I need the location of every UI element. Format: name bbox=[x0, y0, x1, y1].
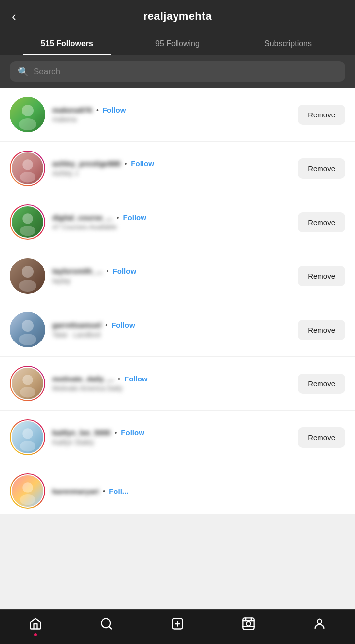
tab-subscriptions[interactable]: Subscriptions bbox=[233, 35, 343, 55]
avatar-circle bbox=[10, 312, 45, 347]
svg-point-1 bbox=[22, 105, 34, 116]
remove-button[interactable]: Remove bbox=[298, 427, 345, 448]
remove-button[interactable]: Remove bbox=[298, 320, 345, 340]
avatar-wrap bbox=[10, 312, 45, 347]
follower-item: taylorsmith_... • Follow taytay Remove bbox=[0, 249, 355, 303]
remove-button[interactable]: Remove bbox=[298, 374, 345, 394]
remove-button[interactable]: Remove bbox=[298, 158, 345, 179]
user-name-row: taylorsmith_... • Follow bbox=[52, 267, 291, 275]
user-handle: garrettsamuel bbox=[52, 321, 101, 329]
user-subname: Kaitlyn Staley bbox=[52, 438, 291, 446]
user-info: motivate_daily_... • Follow Motivate Ame… bbox=[52, 375, 291, 392]
svg-point-11 bbox=[19, 280, 36, 292]
follower-item: garrettsamuel • Follow Tatar · Landlord … bbox=[0, 303, 355, 357]
dot-separator: • bbox=[118, 375, 120, 383]
follower-item: makena976 • Follow makena Remove bbox=[0, 88, 355, 142]
follower-item: digital_course_... • Follow 47 Courses A… bbox=[0, 195, 355, 249]
add-icon bbox=[171, 617, 184, 634]
follow-button[interactable]: Follow bbox=[103, 106, 126, 114]
user-name-row: garrettsamuel • Follow bbox=[52, 321, 291, 329]
svg-point-19 bbox=[22, 428, 33, 439]
follow-button[interactable]: Follow bbox=[111, 321, 135, 329]
tab-following[interactable]: 95 Following bbox=[122, 35, 233, 55]
search-input[interactable] bbox=[34, 67, 337, 76]
user-info: makena976 • Follow makena bbox=[52, 106, 291, 123]
user-info: ashley_prestige888 • Follow Ashley J bbox=[52, 159, 291, 177]
follower-item: ashley_prestige888 • Follow Ashley J Rem… bbox=[0, 142, 355, 195]
avatar-wrap bbox=[10, 366, 45, 401]
remove-button[interactable]: Remove bbox=[298, 105, 345, 125]
user-subname: makena bbox=[52, 115, 291, 123]
avatar-wrap bbox=[10, 258, 45, 294]
user-info: taylorsmith_... • Follow taytay bbox=[52, 267, 291, 285]
avatar-circle bbox=[10, 97, 45, 132]
user-handle: makena976 bbox=[52, 106, 92, 114]
search-icon bbox=[100, 617, 113, 634]
follow-button[interactable]: Follow bbox=[131, 159, 154, 168]
search-icon: 🔍 bbox=[18, 66, 29, 77]
svg-point-5 bbox=[20, 172, 36, 182]
follow-button[interactable]: Follow bbox=[124, 375, 148, 383]
user-handle: kaitlyn_lee_5000 bbox=[52, 428, 110, 437]
user-info-partial: karenmaryari • Foll... bbox=[52, 487, 345, 495]
page-content: makena976 • Follow makena Remove ashley_… bbox=[0, 88, 355, 558]
nav-item-home[interactable] bbox=[29, 617, 42, 634]
user-handle: ashley_prestige888 bbox=[52, 159, 120, 168]
follow-button[interactable]: Follow bbox=[123, 213, 146, 222]
svg-point-8 bbox=[20, 226, 36, 236]
avatar-wrap-partial bbox=[10, 473, 45, 509]
follow-button-partial[interactable]: Foll... bbox=[109, 487, 128, 495]
svg-point-23 bbox=[20, 494, 36, 505]
svg-point-13 bbox=[22, 320, 34, 332]
profile-icon bbox=[313, 617, 326, 634]
follower-item: kaitlyn_lee_5000 • Follow Kaitlyn Staley… bbox=[0, 411, 355, 464]
user-name-row: motivate_daily_... • Follow bbox=[52, 375, 291, 383]
avatar-circle bbox=[10, 258, 45, 294]
search-inner: 🔍 bbox=[10, 61, 345, 82]
username-title: realjaymehta bbox=[143, 10, 212, 23]
user-handle: digital_course_... bbox=[52, 213, 113, 222]
avatar-wrap bbox=[10, 97, 45, 132]
svg-point-7 bbox=[22, 213, 33, 224]
dot-separator: • bbox=[114, 429, 117, 437]
remove-button[interactable]: Remove bbox=[298, 266, 345, 286]
home-icon bbox=[29, 617, 42, 634]
nav-item-reels[interactable] bbox=[242, 617, 255, 634]
follow-button[interactable]: Follow bbox=[121, 428, 144, 437]
user-name-row-partial: karenmaryari • Foll... bbox=[52, 487, 345, 495]
back-button[interactable]: ‹ bbox=[12, 9, 16, 24]
header-top: ‹ realjaymehta bbox=[12, 10, 343, 31]
nav-dot bbox=[34, 633, 37, 636]
user-name-row: ashley_prestige888 • Follow bbox=[52, 159, 291, 168]
dot-separator: • bbox=[96, 106, 99, 114]
remove-button[interactable]: Remove bbox=[298, 212, 345, 232]
nav-item-add[interactable] bbox=[171, 617, 184, 634]
follower-item: motivate_daily_... • Follow Motivate Ame… bbox=[0, 357, 355, 411]
user-name-row: makena976 • Follow bbox=[52, 106, 291, 114]
svg-point-14 bbox=[19, 334, 36, 345]
dot-separator: • bbox=[117, 214, 119, 222]
svg-point-16 bbox=[22, 375, 33, 385]
search-bar-container: 🔍 bbox=[0, 55, 355, 88]
user-handle: motivate_daily_... bbox=[52, 375, 114, 383]
user-subname: Tatar · Landlord bbox=[52, 331, 291, 339]
avatar-ring-story bbox=[10, 366, 45, 401]
svg-point-4 bbox=[22, 159, 33, 170]
avatar-wrap bbox=[10, 151, 45, 186]
nav-item-profile[interactable] bbox=[313, 617, 326, 634]
dot-separator: • bbox=[106, 267, 109, 275]
followers-list: makena976 • Follow makena Remove ashley_… bbox=[0, 88, 355, 514]
user-subname: 47 Courses Available bbox=[52, 223, 291, 231]
avatar-ring-story bbox=[10, 204, 45, 240]
user-subname: taytay bbox=[52, 277, 291, 285]
follow-button[interactable]: Follow bbox=[113, 267, 137, 275]
header: ‹ realjaymehta 515 Followers95 Following… bbox=[0, 0, 355, 55]
bottom-nav bbox=[0, 609, 355, 644]
tab-followers[interactable]: 515 Followers bbox=[12, 35, 122, 55]
avatar-ring-story bbox=[10, 151, 45, 186]
user-name-row: digital_course_... • Follow bbox=[52, 213, 291, 222]
nav-item-search[interactable] bbox=[100, 617, 113, 634]
reels-icon bbox=[242, 617, 255, 634]
user-info: kaitlyn_lee_5000 • Follow Kaitlyn Staley bbox=[52, 428, 291, 446]
follower-item-partial: karenmaryari • Foll... bbox=[0, 464, 355, 514]
